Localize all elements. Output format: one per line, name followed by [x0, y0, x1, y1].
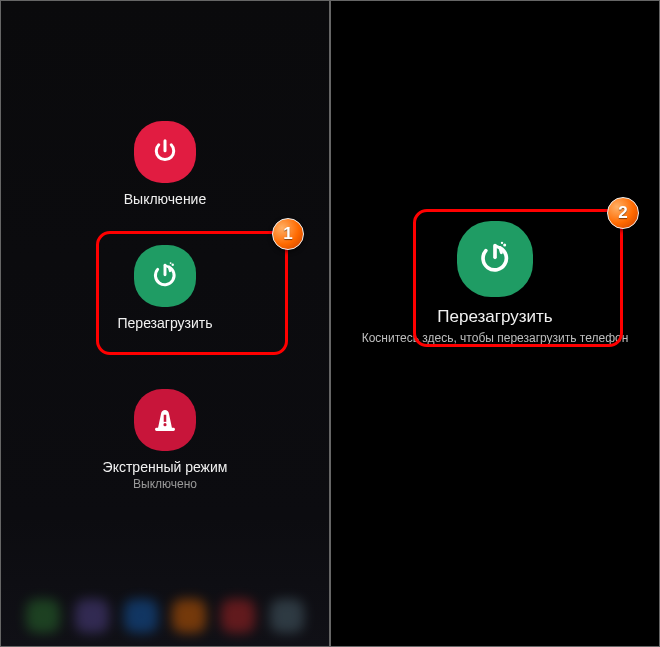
- svg-point-6: [501, 242, 503, 244]
- svg-point-5: [503, 244, 506, 247]
- svg-rect-3: [164, 415, 167, 422]
- restart-confirm-screen: Перезагрузить Коснитесь здесь, чтобы пер…: [330, 0, 660, 647]
- restart-icon: [457, 221, 533, 297]
- emergency-icon: [134, 389, 196, 451]
- shutdown-option[interactable]: Выключение: [124, 121, 206, 207]
- restart-confirm-option[interactable]: Перезагрузить: [437, 221, 552, 327]
- shutdown-label: Выключение: [124, 191, 206, 207]
- restart-hint: Коснитесь здесь, чтобы перезагрузить тел…: [362, 331, 629, 345]
- emergency-sublabel: Выключено: [133, 477, 197, 491]
- annotation-badge-2: 2: [607, 197, 639, 229]
- blurred-dock: [1, 586, 329, 646]
- power-off-icon: [134, 121, 196, 183]
- restart-icon: [134, 245, 196, 307]
- power-menu-screen: Выключение Перезагрузить Экстренный режи…: [0, 0, 330, 647]
- restart-label: Перезагрузить: [118, 315, 213, 331]
- svg-rect-2: [155, 428, 175, 431]
- svg-point-0: [172, 264, 174, 266]
- restart-option[interactable]: Перезагрузить: [118, 245, 213, 331]
- emergency-mode-option[interactable]: Экстренный режим Выключено: [103, 389, 228, 491]
- annotation-badge-1: 1: [272, 218, 304, 250]
- svg-point-4: [163, 423, 166, 426]
- emergency-label: Экстренный режим: [103, 459, 228, 475]
- svg-point-1: [170, 262, 172, 264]
- restart-confirm-label: Перезагрузить: [437, 307, 552, 327]
